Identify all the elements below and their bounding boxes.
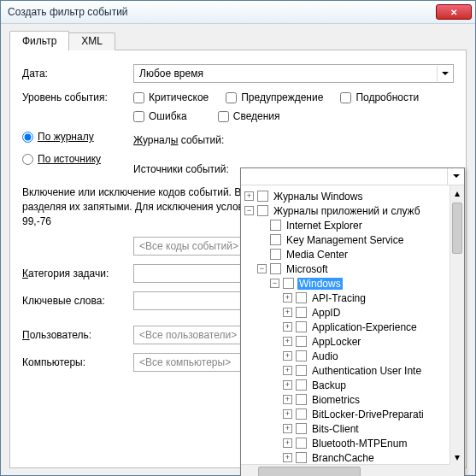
level-info[interactable]: Сведения — [218, 110, 280, 122]
tree-node[interactable]: Internet Explorer — [244, 218, 464, 232]
tree-toggle-icon[interactable]: + — [283, 438, 292, 448]
date-combo[interactable]: Любое время — [133, 64, 454, 83]
tree-checkbox[interactable] — [296, 292, 307, 303]
tree-checkbox[interactable] — [296, 438, 307, 449]
tree-node[interactable]: Key Management Service — [244, 232, 464, 247]
tree-checkbox[interactable] — [257, 205, 268, 216]
tree-node[interactable]: −Windows — [244, 276, 464, 291]
tree-toggle-icon[interactable]: − — [257, 264, 267, 273]
tree-label: Application-Experience — [310, 321, 419, 333]
event-logs-label: Журналы событий: — [133, 134, 224, 146]
tree-toggle-icon[interactable]: + — [283, 308, 292, 317]
tree-checkbox[interactable] — [296, 350, 307, 361]
tree-label: Biometrics — [310, 394, 361, 406]
level-verbose[interactable]: Подробности — [340, 91, 419, 103]
tree-toggle-icon[interactable]: + — [283, 395, 292, 404]
tree-label: Bluetooth-MTPEnum — [310, 438, 408, 450]
tree-node[interactable]: +Audio — [244, 349, 464, 363]
tree-checkbox[interactable] — [296, 379, 307, 391]
level-warning[interactable]: Предупреждение — [226, 91, 323, 103]
tree-label: BitLocker-DrivePreparati — [310, 408, 426, 420]
tree-toggle-icon[interactable]: − — [244, 206, 254, 215]
tree-checkbox[interactable] — [296, 321, 307, 332]
tree-label: Windows — [297, 278, 343, 290]
tree-label: Media Center — [285, 249, 350, 261]
tree-checkbox[interactable] — [296, 365, 307, 376]
tree-node[interactable]: +AppID — [244, 305, 464, 320]
event-sources-label: Источники событий: — [133, 163, 229, 175]
tree-checkbox[interactable] — [257, 191, 268, 202]
tree-node[interactable]: +Application-Experience — [244, 320, 464, 334]
tree-label: Backup — [310, 379, 348, 391]
tree-node[interactable]: +Biometrics — [244, 392, 464, 407]
tree-node[interactable]: +Authentication User Inte — [244, 363, 464, 378]
tab-filter[interactable]: Фильтр — [9, 31, 69, 50]
radio-by-source[interactable]: По источнику — [22, 153, 133, 165]
tree-toggle-icon[interactable]: + — [283, 293, 292, 303]
tree-node[interactable]: +BranchCache — [244, 450, 464, 465]
tree-checkbox[interactable] — [270, 234, 281, 245]
tab-strip: Фильтр XML — [9, 31, 467, 50]
tree-node[interactable]: +Bits-Client — [244, 421, 464, 436]
tree-checkbox[interactable] — [270, 263, 281, 274]
tree-node[interactable]: −Microsoft — [244, 262, 464, 276]
tree-node[interactable]: Media Center — [244, 247, 464, 262]
tree-node[interactable]: −Журналы приложений и служб — [244, 203, 464, 218]
tree-toggle-icon[interactable]: + — [283, 366, 292, 375]
computers-label: Компьютеры: — [22, 356, 133, 368]
tree-toggle-icon[interactable]: + — [283, 337, 292, 346]
chevron-down-icon — [437, 66, 452, 81]
tree-label: AppID — [310, 307, 342, 319]
tree-label: Microsoft — [285, 263, 330, 275]
dialog-window: Создать фильтр событий ✕ Фильтр XML Дата… — [0, 0, 476, 476]
tree-toggle-icon[interactable]: + — [283, 380, 292, 390]
titlebar: Создать фильтр событий ✕ — [1, 1, 475, 24]
window-title: Создать фильтр событий — [8, 6, 436, 18]
tree-checkbox[interactable] — [296, 423, 307, 434]
tree-node[interactable]: +BitLocker-DrivePreparati — [244, 407, 464, 421]
tree-checkbox[interactable] — [296, 336, 307, 347]
event-logs-dropdown: +Журналы Windows−Журналы приложений и сл… — [240, 167, 465, 476]
scrollbar-vertical[interactable]: ▴▾ — [450, 185, 464, 464]
category-label: Категория задачи: — [22, 267, 133, 279]
tree-toggle-icon[interactable]: + — [283, 453, 292, 462]
date-label: Дата: — [22, 68, 133, 79]
tree-label: Authentication User Inte — [310, 365, 423, 377]
tree-label: Internet Explorer — [285, 220, 364, 232]
tree-label: Key Management Service — [285, 234, 405, 246]
tree-body: +Журналы Windows−Журналы приложений и сл… — [241, 185, 464, 476]
chevron-down-icon[interactable] — [447, 168, 464, 185]
user-label: Пользователь: — [22, 329, 133, 341]
tree-toggle-icon[interactable]: + — [283, 351, 292, 361]
radio-by-log[interactable]: По журналу — [22, 131, 133, 143]
tree-node[interactable]: +Журналы Windows — [244, 189, 464, 203]
tree-label: Bits-Client — [310, 423, 361, 435]
tree-checkbox[interactable] — [296, 307, 307, 318]
level-error[interactable]: Ошибка — [133, 110, 187, 122]
tree-toggle-icon[interactable]: + — [283, 424, 292, 433]
tree-checkbox[interactable] — [296, 452, 307, 463]
tree-label: AppLocker — [310, 336, 362, 348]
tree-node[interactable]: +API-Tracing — [244, 291, 464, 305]
tree-checkbox[interactable] — [296, 408, 307, 420]
tree-toggle-icon[interactable]: + — [244, 191, 254, 201]
level-critical[interactable]: Критическое — [133, 91, 209, 103]
tree-checkbox[interactable] — [270, 249, 281, 260]
tree-label: Журналы Windows — [272, 191, 364, 203]
tree-node[interactable]: +Bluetooth-MTPEnum — [244, 436, 464, 450]
tree-checkbox[interactable] — [296, 394, 307, 405]
date-combo-value: Любое время — [139, 68, 203, 79]
tree-checkbox[interactable] — [270, 220, 281, 231]
tree-checkbox[interactable] — [283, 278, 294, 289]
keywords-label: Ключевые слова: — [22, 295, 133, 307]
close-button[interactable]: ✕ — [436, 4, 472, 20]
tree-toggle-icon[interactable]: + — [283, 409, 292, 419]
level-label: Уровень события: — [22, 91, 133, 103]
tree-toggle-icon[interactable]: − — [270, 279, 279, 288]
tree-node[interactable]: +Backup — [244, 378, 464, 392]
tree-label: Audio — [310, 350, 340, 362]
tab-xml[interactable]: XML — [68, 32, 115, 50]
tree-toggle-icon[interactable]: + — [283, 322, 292, 332]
scrollbar-horizontal[interactable] — [241, 464, 450, 476]
tree-node[interactable]: +AppLocker — [244, 334, 464, 349]
